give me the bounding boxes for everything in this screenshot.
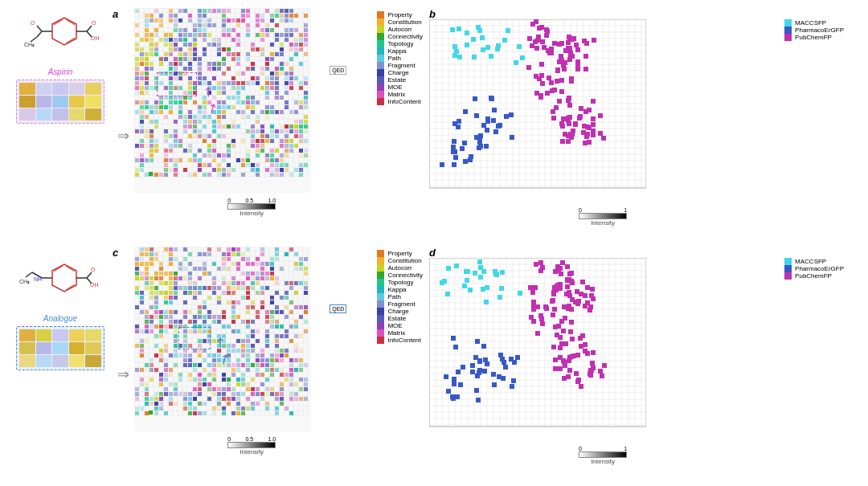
legend-color-swatch xyxy=(377,11,384,18)
mini-cell xyxy=(36,329,52,341)
legend-color-swatch xyxy=(377,76,384,84)
legend-label: MOE xyxy=(387,84,402,91)
mini-cell xyxy=(69,96,85,108)
legend-item: Autocorr xyxy=(377,264,423,272)
colorbar-max: 1.0 xyxy=(268,198,276,203)
colorbar-d: 0 1 Intensity xyxy=(429,446,776,465)
colorbar-a: 0 0.5 1.0 Intensity xyxy=(134,198,369,217)
molecule-area-c: O OH NH CH₃ Analogue xyxy=(8,247,113,479)
legend-color-swatch xyxy=(377,293,384,300)
heatmap-c xyxy=(134,247,311,431)
row-a: a O xyxy=(8,8,426,240)
colorbar-bar-c xyxy=(227,442,276,448)
legend-item: MOE xyxy=(377,322,423,329)
legend-label: InfoContent xyxy=(387,98,420,105)
legend-item: MACCSFP xyxy=(784,258,844,265)
qed-label-a: QED xyxy=(330,66,346,75)
colorbar-min: 0 xyxy=(227,198,231,203)
legend-label: Connectivity xyxy=(387,272,423,279)
svg-marker-0 xyxy=(52,18,76,45)
legend-label: Matrix xyxy=(387,91,405,98)
legend-color-swatch xyxy=(784,272,792,280)
mini-cell xyxy=(85,329,101,341)
legend-label: Constitution xyxy=(387,18,421,26)
qed-label-c: QED xyxy=(330,304,346,313)
svg-text:CH₃: CH₃ xyxy=(24,42,35,47)
mini-cell xyxy=(85,355,101,367)
mini-cell xyxy=(52,329,68,341)
legend-label: PharmacoErGFP xyxy=(795,265,844,272)
legend-color-swatch xyxy=(377,279,384,286)
arrow-a: ⇒ xyxy=(117,8,129,240)
legend-label: Estate xyxy=(387,315,406,322)
legend-label: PubChemFP xyxy=(795,34,832,41)
mini-cell xyxy=(52,342,68,354)
legend-color-swatch xyxy=(377,329,384,337)
legend-color-swatch xyxy=(377,47,384,55)
svg-text:O: O xyxy=(92,20,96,26)
legend-item: Charge xyxy=(377,308,423,315)
mini-cell xyxy=(19,83,35,95)
legend-c: PropertyConstitutionAutocorrConnectivity… xyxy=(374,247,426,479)
legend-label: Charge xyxy=(387,69,408,76)
legend-label: Charge xyxy=(387,308,408,315)
colorbar-min-c: 0 xyxy=(227,436,231,442)
legend-label: Connectivity xyxy=(387,33,423,40)
legend-color-swatch xyxy=(784,34,792,41)
scatter-colorbar-max: 1 xyxy=(624,207,627,213)
legend-label: Fragment xyxy=(387,300,415,308)
right-panel: b 0 1 Intensity MACCSFPPharmacoErGFPPubC… xyxy=(429,8,847,478)
svg-text:OH: OH xyxy=(91,35,100,41)
analogue-molecule: O OH NH CH₃ xyxy=(16,255,104,311)
legend-item: Topology xyxy=(377,40,423,47)
legend-color-swatch xyxy=(377,18,384,26)
mini-cell xyxy=(36,355,52,367)
legend-item: Autocorr xyxy=(377,26,423,33)
mini-cell xyxy=(52,83,68,95)
legend-label: Matrix xyxy=(387,329,405,337)
mini-cell xyxy=(69,329,85,341)
legend-color-swatch xyxy=(377,264,384,272)
intensity-label-c: Intensity xyxy=(240,448,264,455)
legend-label: Autocorr xyxy=(387,26,411,33)
legend-label: InfoContent xyxy=(387,337,420,344)
analogue-label: Analogue xyxy=(43,314,77,323)
arrow-c: ⇒ xyxy=(117,247,129,479)
legend-label: Constitution xyxy=(387,257,421,264)
legend-b: MACCSFPPharmacoErGFPPubChemFP xyxy=(781,8,847,240)
scatter-d-container: 0 1 Intensity xyxy=(429,247,776,479)
label-a: a xyxy=(113,8,118,20)
legend-label: Property xyxy=(387,250,411,257)
legend-label: Topology xyxy=(387,279,413,286)
legend-item: PharmacoErGFP xyxy=(784,27,844,34)
colorbar-labels-d: 0 1 xyxy=(579,446,627,451)
legend-color-swatch xyxy=(377,272,384,279)
legend-label: MACCSFP xyxy=(795,19,826,27)
row-c: c O OH xyxy=(8,247,426,479)
mini-cell xyxy=(85,108,101,120)
legend-color-swatch xyxy=(377,26,384,33)
intensity-label-b: Intensity xyxy=(591,219,615,227)
mini-cell xyxy=(69,83,85,95)
mini-cell xyxy=(85,342,101,354)
legend-item: Fragment xyxy=(377,300,423,308)
colorbar-c: 0 0.5 1.0 Intensity xyxy=(134,436,369,455)
legend-color-swatch xyxy=(377,55,384,62)
legend-color-swatch xyxy=(377,62,384,69)
legend-color-swatch xyxy=(377,308,384,315)
mini-cell xyxy=(19,329,35,341)
legend-item: PharmacoErGFP xyxy=(784,265,844,272)
mini-cell xyxy=(36,342,52,354)
mini-cell xyxy=(69,342,85,354)
legend-color-swatch xyxy=(377,98,384,105)
legend-a-items: PropertyConstitutionAutocorrConnectivity… xyxy=(377,11,423,105)
legend-color-swatch xyxy=(784,19,792,27)
legend-item: Constitution xyxy=(377,18,423,26)
heatmap-c-container: QED ↗ ↗ 0 0.5 1.0 Intensity xyxy=(134,247,369,479)
legend-label: PubChemFP xyxy=(795,272,832,280)
svg-text:OH: OH xyxy=(90,282,99,288)
legend-color-swatch xyxy=(377,33,384,40)
colorbar-labels-b: 0 1 xyxy=(579,207,627,213)
svg-text:CH₃: CH₃ xyxy=(19,279,30,284)
legend-item: Fragment xyxy=(377,62,423,69)
